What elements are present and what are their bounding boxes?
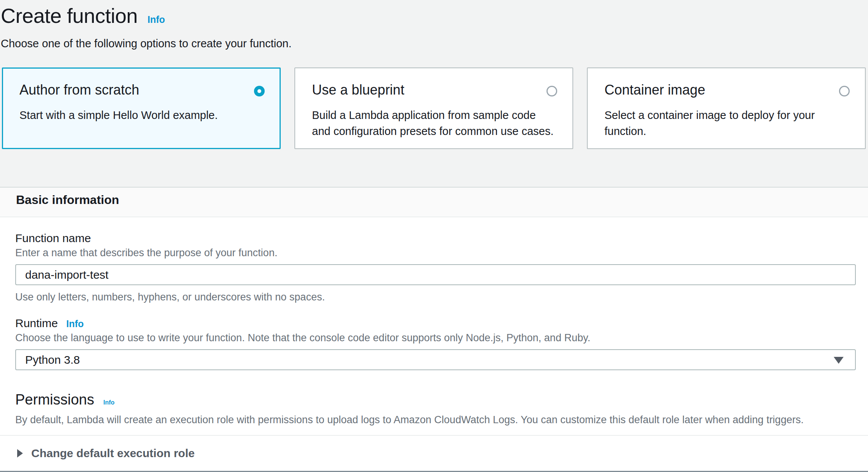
permissions-description: By default, Lambda will create an execut… [15,414,856,426]
basic-information-header: Basic information [0,187,868,217]
runtime-info-link[interactable]: Info [66,318,84,329]
page-title: Create function [1,4,138,27]
card-description: Build a Lambda application from sample c… [312,107,556,139]
permissions-heading: Permissions [15,392,94,408]
basic-information-body: Function name Enter a name that describe… [0,217,868,435]
expander-label: Change default execution role [31,447,194,460]
page-subtitle: Choose one of the following options to c… [1,37,868,50]
card-description: Select a container image to deploy for y… [604,107,848,139]
card-title: Use a blueprint [312,82,556,98]
caret-down-icon [834,357,844,364]
change-default-execution-role-expander[interactable]: Change default execution role [0,435,868,471]
runtime-label: Runtime [15,317,58,330]
creation-option-card-container-image[interactable]: Container image Select a container image… [587,67,866,149]
function-name-label: Function name [15,232,856,245]
radio-button-icon[interactable] [839,86,850,96]
radio-button-icon[interactable] [254,86,265,96]
basic-information-panel: Basic information Function name Enter a … [0,187,868,472]
expand-arrow-icon [17,449,23,458]
page-title-info-link[interactable]: Info [148,14,165,25]
permissions-info-link[interactable]: Info [103,399,114,406]
card-title: Container image [604,82,848,98]
creation-option-cards: Author from scratch Start with a simple … [2,67,866,149]
creation-option-card-use-a-blueprint[interactable]: Use a blueprint Build a Lambda applicati… [294,67,573,149]
card-description: Start with a simple Hello World example. [19,107,263,123]
runtime-select-value: Python 3.8 [25,353,80,366]
runtime-select[interactable]: Python 3.8 [15,349,856,370]
radio-button-icon[interactable] [547,86,557,96]
creation-option-card-author-from-scratch[interactable]: Author from scratch Start with a simple … [2,67,281,149]
basic-information-heading: Basic information [16,193,868,207]
card-title: Author from scratch [19,82,263,98]
function-name-constraint: Use only letters, numbers, hyphens, or u… [15,291,856,303]
function-name-description: Enter a name that describes the purpose … [15,247,856,259]
function-name-input[interactable] [15,264,856,285]
runtime-description: Choose the language to use to write your… [15,332,856,344]
